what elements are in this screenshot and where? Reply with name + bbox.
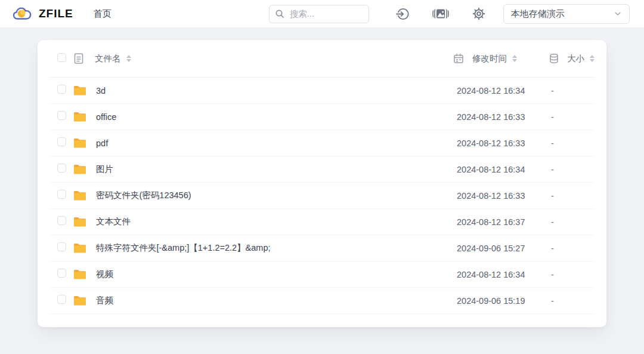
file-name[interactable]: 文本文件 bbox=[95, 216, 453, 227]
file-size: - bbox=[549, 165, 595, 174]
gear-icon[interactable] bbox=[471, 6, 487, 21]
calendar-icon bbox=[453, 53, 464, 64]
sort-name-icon[interactable] bbox=[126, 55, 131, 62]
column-header-modified[interactable]: 修改时间 bbox=[453, 53, 549, 64]
file-size: - bbox=[549, 296, 595, 306]
folder-icon bbox=[73, 269, 95, 280]
file-modified-time: 2024-08-12 16:33 bbox=[453, 138, 549, 148]
file-name[interactable]: 图片 bbox=[95, 164, 453, 175]
login-icon[interactable] bbox=[395, 7, 410, 21]
file-modified-time: 2024-09-06 15:19 bbox=[453, 296, 549, 306]
row-checkbox[interactable] bbox=[57, 269, 66, 278]
file-size: - bbox=[549, 244, 595, 253]
file-size: - bbox=[549, 191, 595, 201]
file-list: 3d 2024-08-12 16:34 - office 2024-08-12 … bbox=[49, 78, 595, 314]
folder-icon bbox=[73, 138, 95, 149]
table-row[interactable]: pdf 2024-08-12 16:33 - bbox=[49, 130, 595, 156]
file-name[interactable]: 视频 bbox=[95, 269, 453, 280]
file-modified-time: 2024-08-12 16:33 bbox=[453, 112, 549, 122]
table-row[interactable]: office 2024-08-12 16:33 - bbox=[49, 104, 595, 130]
file-icon bbox=[73, 53, 95, 64]
file-name[interactable]: 3d bbox=[95, 86, 453, 96]
row-checkbox[interactable] bbox=[57, 111, 66, 120]
storage-select[interactable]: 本地存储演示 bbox=[503, 4, 630, 24]
sort-modified-icon[interactable] bbox=[512, 55, 517, 62]
table-header: 文件名 修改时间 bbox=[49, 40, 595, 78]
table-row[interactable]: 3d 2024-08-12 16:34 - bbox=[49, 78, 595, 104]
file-list-card: 文件名 修改时间 bbox=[38, 40, 606, 327]
select-all-checkbox[interactable] bbox=[57, 53, 66, 62]
folder-icon bbox=[73, 85, 95, 96]
file-name[interactable]: 密码文件夹(密码123456) bbox=[95, 190, 453, 201]
chevron-down-icon bbox=[614, 10, 622, 18]
table-row[interactable]: 视频 2024-08-12 16:34 - bbox=[49, 261, 595, 288]
table-row[interactable]: 文本文件 2024-08-12 16:37 - bbox=[49, 209, 595, 235]
file-name[interactable]: 特殊字符文件夹[-&amp;]【1+1.2=2.2】&amp; bbox=[95, 242, 453, 254]
file-size: - bbox=[549, 138, 595, 148]
file-name[interactable]: office bbox=[95, 112, 453, 122]
row-checkbox[interactable] bbox=[57, 137, 66, 146]
file-size: - bbox=[549, 217, 595, 227]
search-box[interactable] bbox=[269, 5, 369, 23]
row-checkbox[interactable] bbox=[57, 164, 66, 173]
search-icon bbox=[275, 9, 284, 19]
folder-icon bbox=[73, 112, 95, 122]
file-modified-time: 2024-08-12 16:33 bbox=[453, 191, 549, 201]
nav-home-link[interactable]: 首页 bbox=[94, 8, 112, 20]
column-header-size[interactable]: 大小 bbox=[549, 53, 595, 64]
topbar: ZFILE 首页 bbox=[0, 0, 644, 28]
file-modified-time: 2024-09-06 15:27 bbox=[453, 244, 549, 253]
file-name[interactable]: pdf bbox=[95, 138, 453, 148]
row-checkbox[interactable] bbox=[57, 216, 66, 225]
table-row[interactable]: 音频 2024-09-06 15:19 - bbox=[49, 288, 595, 314]
folder-icon bbox=[73, 190, 95, 201]
cloud-logo-icon bbox=[12, 6, 33, 21]
file-modified-time: 2024-08-12 16:34 bbox=[453, 270, 549, 279]
file-modified-time: 2024-08-12 16:34 bbox=[453, 165, 549, 174]
file-modified-time: 2024-08-12 16:34 bbox=[453, 86, 549, 96]
table-row[interactable]: 密码文件夹(密码123456) 2024-08-12 16:33 - bbox=[49, 183, 595, 209]
folder-icon bbox=[73, 217, 95, 227]
file-size: - bbox=[549, 270, 595, 279]
folder-icon bbox=[73, 164, 95, 175]
database-icon bbox=[549, 53, 559, 64]
file-size: - bbox=[549, 86, 595, 96]
column-header-name[interactable]: 文件名 bbox=[95, 53, 453, 64]
folder-icon bbox=[73, 295, 95, 306]
file-size: - bbox=[549, 112, 595, 122]
sort-size-icon[interactable] bbox=[590, 55, 595, 62]
app-logo[interactable]: ZFILE bbox=[12, 6, 73, 21]
row-checkbox[interactable] bbox=[57, 85, 66, 94]
row-checkbox[interactable] bbox=[57, 242, 66, 251]
file-modified-time: 2024-08-12 16:37 bbox=[453, 217, 549, 227]
row-checkbox[interactable] bbox=[57, 190, 66, 199]
row-checkbox[interactable] bbox=[57, 295, 66, 304]
gallery-mode-icon[interactable] bbox=[432, 7, 450, 21]
search-input[interactable] bbox=[289, 8, 363, 19]
storage-select-value: 本地存储演示 bbox=[511, 8, 565, 20]
brand-text: ZFILE bbox=[39, 7, 73, 20]
file-name[interactable]: 音频 bbox=[95, 295, 453, 306]
folder-icon bbox=[73, 243, 95, 254]
table-row[interactable]: 图片 2024-08-12 16:34 - bbox=[49, 156, 595, 183]
table-row[interactable]: 特殊字符文件夹[-&amp;]【1+1.2=2.2】&amp; 2024-09-… bbox=[49, 235, 595, 261]
